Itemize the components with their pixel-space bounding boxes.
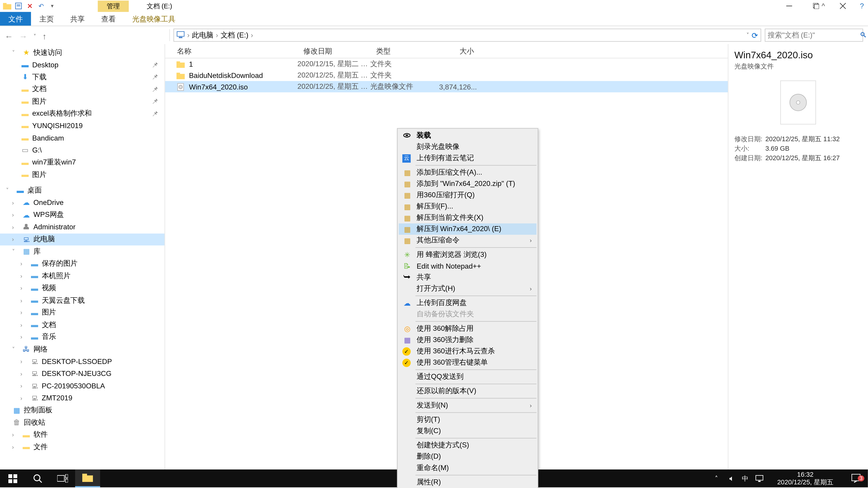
- ctx-burn[interactable]: 刻录光盘映像: [399, 141, 536, 153]
- nav-file[interactable]: ›▬文件: [0, 441, 164, 453]
- ctx-mount[interactable]: 💿︎装载: [399, 130, 536, 141]
- address-bar[interactable]: › 此电脑 › 文档 (E:) › ˅ ⟳: [174, 29, 761, 42]
- col-size[interactable]: 大小: [432, 44, 480, 58]
- nav-onedrive[interactable]: ›☁OneDrive: [0, 197, 164, 209]
- col-modified[interactable]: 修改日期: [298, 44, 370, 58]
- search-box[interactable]: 🔍︎: [765, 29, 863, 42]
- ctx-npp[interactable]: 📝︎Edit with Notepad++: [399, 260, 536, 271]
- nav-pictures2[interactable]: ▬图片: [0, 168, 164, 181]
- nav-dlsso[interactable]: ›💻︎DESKTOP-LSSOEDP: [0, 355, 164, 367]
- file-list-pane[interactable]: 名称 修改日期 类型 大小 1 2020/12/15, 星期二 1... 文件夹…: [165, 44, 727, 470]
- recent-button[interactable]: ˅: [33, 33, 36, 39]
- ctx-share[interactable]: ⮩共享: [399, 271, 536, 283]
- tray-network-icon[interactable]: [752, 475, 767, 482]
- ctx-extractname[interactable]: ▦解压到 Win7x64_2020\ (E): [399, 223, 536, 235]
- crumb-location[interactable]: 文档 (E:): [221, 30, 248, 40]
- chevron-right-icon[interactable]: ›: [251, 31, 253, 39]
- nav-tianyi[interactable]: ›▬天翼云盘下载: [0, 294, 164, 306]
- qat-more-icon[interactable]: ▾: [48, 1, 57, 11]
- taskbar-explorer[interactable]: [75, 469, 100, 487]
- nav-soft[interactable]: ›▬软件: [0, 429, 164, 441]
- nav-desktop[interactable]: ▬Desktop📌︎: [0, 59, 164, 71]
- nav-downloads[interactable]: ⬇下载📌︎: [0, 71, 164, 83]
- nav-documents[interactable]: ▬文档📌︎: [0, 83, 164, 95]
- nav-wps[interactable]: ›☁WPS网盘: [0, 209, 164, 221]
- ctx-props[interactable]: 属性(R): [399, 477, 536, 488]
- ctx-open360[interactable]: ▦用360压缩打开(Q): [399, 190, 536, 201]
- maximize-button[interactable]: [802, 0, 829, 12]
- tray-ime[interactable]: 中: [738, 474, 752, 483]
- nav-dnjeu[interactable]: ›💻︎DESKTOP-NJEU3CG: [0, 367, 164, 380]
- back-button[interactable]: ←: [5, 32, 13, 41]
- tray-chevron-up-icon[interactable]: ˄: [709, 475, 723, 482]
- nav-yunqishi[interactable]: ▬YUNQISHI2019: [0, 120, 164, 132]
- ctx-addzip[interactable]: ▦添加到压缩文件(A)...: [399, 167, 536, 178]
- nav-libraries[interactable]: ˅▦库: [0, 246, 164, 258]
- nav-music[interactable]: ›▬音乐: [0, 331, 164, 343]
- tab-home[interactable]: 主页: [31, 12, 62, 26]
- qat-props-icon[interactable]: [14, 1, 23, 11]
- forward-button[interactable]: →: [19, 32, 27, 41]
- ctx-360gl[interactable]: ✓使用 360管理右键菜单: [399, 357, 536, 368]
- tab-disc-tools[interactable]: 光盘映像工具: [124, 12, 184, 26]
- nav-pc2019[interactable]: ›💻︎PC-20190530OBLA: [0, 380, 164, 392]
- ctx-baidu[interactable]: ☁︎上传到百度网盘: [399, 297, 536, 308]
- qat-delete-icon[interactable]: ✕: [25, 1, 35, 11]
- nav-thispc[interactable]: ›💻︎此电脑: [0, 233, 164, 246]
- ctx-360mm[interactable]: ✓使用 360进行木马云查杀: [399, 346, 536, 357]
- nav-zmt[interactable]: ›💻︎ZMT2019: [0, 392, 164, 404]
- tab-share[interactable]: 共享: [62, 12, 93, 26]
- nav-network[interactable]: ˅🖧︎网络: [0, 343, 164, 355]
- history-dropdown-icon[interactable]: ˅: [746, 32, 749, 38]
- up-button[interactable]: ↑: [42, 32, 46, 41]
- crumb-thispc[interactable]: 此电脑: [192, 30, 213, 40]
- start-button[interactable]: [0, 469, 25, 487]
- minimize-button[interactable]: [776, 0, 802, 12]
- ctx-extractto[interactable]: ▦解压到(F)...: [399, 201, 536, 212]
- search-button[interactable]: [25, 469, 50, 487]
- qat-undo-icon[interactable]: ↶: [36, 1, 46, 11]
- nav-desktop-top[interactable]: ˅▬桌面: [0, 184, 164, 197]
- nav-win7r[interactable]: ▬win7重装win7: [0, 156, 164, 168]
- nav-camroll[interactable]: ›▬本机照片: [0, 270, 164, 282]
- nav-pictures[interactable]: ▬图片📌︎: [0, 95, 164, 107]
- tab-view[interactable]: 查看: [93, 12, 124, 26]
- nav-bandicam[interactable]: ▬Bandicam: [0, 132, 164, 144]
- ctx-shortcut[interactable]: 创建快捷方式(S): [399, 440, 536, 451]
- ctx-sendto[interactable]: 发送到(N)›: [399, 400, 536, 411]
- ctx-360jcz[interactable]: ◎使用 360解除占用: [399, 323, 536, 334]
- ctx-addzipn[interactable]: ▦添加到 "Win7x64_2020.zip" (T): [399, 178, 536, 189]
- search-input[interactable]: [768, 31, 857, 39]
- chevron-right-icon[interactable]: ›: [216, 31, 218, 39]
- tab-file[interactable]: 文件: [0, 12, 31, 26]
- nav-savedpics[interactable]: ›▬保存的图片: [0, 258, 164, 270]
- nav-cpanel[interactable]: ▦控制面板: [0, 404, 164, 416]
- tray-volume-icon[interactable]: 🔈︎: [723, 475, 738, 482]
- ctx-restore[interactable]: 还原以前的版本(V): [399, 385, 536, 397]
- nav-docs3[interactable]: ›▬文档: [0, 319, 164, 331]
- help-button[interactable]: ?: [856, 0, 868, 12]
- nav-videos[interactable]: ›▬视频: [0, 282, 164, 294]
- ctx-360qls[interactable]: ▦使用 360强力删除: [399, 334, 536, 346]
- ctx-youdao[interactable]: 云上传到有道云笔记: [399, 153, 536, 164]
- tray-clock[interactable]: 16:32 2020/12/25, 星期五: [767, 470, 844, 486]
- col-type[interactable]: 类型: [370, 44, 432, 58]
- table-row[interactable]: 1 2020/12/15, 星期二 1... 文件夹: [165, 58, 727, 70]
- ctx-copy[interactable]: 复制(C): [399, 425, 536, 437]
- ctx-qq[interactable]: 通过QQ发送到: [399, 371, 536, 383]
- nav-excel[interactable]: ▬excel表格制作求和📌︎: [0, 107, 164, 120]
- search-icon[interactable]: 🔍︎: [860, 31, 867, 39]
- ctx-openwith[interactable]: 打开方式(H)›: [399, 283, 536, 294]
- ctx-othercomp[interactable]: ▦其他压缩命令›: [399, 235, 536, 246]
- taskview-button[interactable]: [50, 469, 75, 487]
- nav-recycle[interactable]: 🗑︎回收站: [0, 416, 164, 429]
- nav-admin[interactable]: ›👤︎Administrator: [0, 221, 164, 233]
- chevron-right-icon[interactable]: ›: [187, 31, 190, 39]
- refresh-button[interactable]: ⟳: [752, 31, 758, 40]
- nav-quick-access[interactable]: ˅★快速访问: [0, 46, 164, 59]
- nav-g[interactable]: ▭G:\: [0, 144, 164, 156]
- ctx-fengmi[interactable]: ✳用 蜂蜜浏览器 浏览(3): [399, 249, 536, 260]
- ctx-extracthere[interactable]: ▦解压到当前文件夹(X): [399, 212, 536, 223]
- tray-notifications[interactable]: 3: [844, 474, 868, 483]
- nav-pics3[interactable]: ›▬图片: [0, 306, 164, 319]
